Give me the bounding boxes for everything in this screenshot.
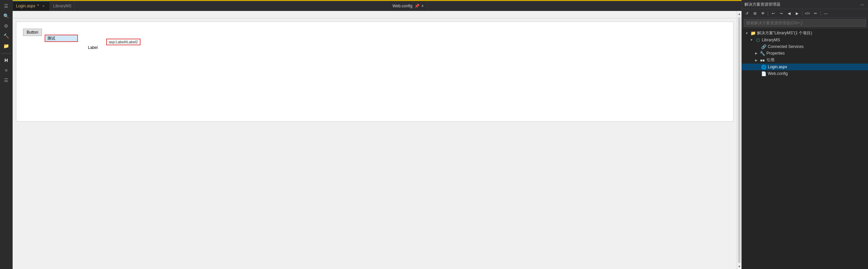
webconfig-label: Web.config [768, 71, 788, 76]
libraryms-label: LibraryMS [762, 38, 780, 42]
asp-label-tooltip: asp:Label#Label2 [106, 39, 141, 45]
sidebar-icon-menu2[interactable]: ☰ [1, 76, 12, 85]
tab-login[interactable]: Login.aspx * × [13, 1, 50, 11]
expand-properties[interactable]: ▶ [754, 51, 758, 56]
rtoolbar-back[interactable]: ◀ [785, 10, 793, 17]
sidebar-divider-1 [1, 53, 11, 54]
panel-minimize-btn[interactable]: — [859, 1, 865, 7]
panel-minimize-icon: — [861, 2, 864, 6]
design-label-text: Label [88, 45, 98, 50]
rtoolbar-collapse[interactable]: — [822, 10, 829, 17]
sidebar-icon-build[interactable]: 🔨 [1, 31, 12, 40]
solution-icon: 📁 [750, 31, 756, 36]
webconfig-close-icon[interactable]: × [422, 4, 424, 8]
design-input[interactable] [44, 35, 78, 42]
design-scrollbar[interactable]: ▲ ▼ [737, 11, 742, 269]
properties-label: Properties [767, 51, 785, 56]
ruler-area [13, 11, 737, 18]
expand-webconfig [755, 71, 760, 76]
sidebar-icon-source[interactable]: ⚙ [1, 21, 12, 31]
expand-connected-services [755, 44, 760, 49]
main-content: Login.aspx * × LibraryMS Web.config 📌 × [13, 0, 742, 269]
tree-item-connected-services[interactable]: 🔗 Connected Services [742, 43, 868, 50]
design-button[interactable]: Button [23, 29, 42, 36]
tree-item-references[interactable]: ▶ ■■ 引用 [742, 57, 868, 64]
libraryms-icon: ⬡ [755, 37, 761, 42]
center-file-tab[interactable]: Web.config 📌 × [389, 1, 428, 11]
sidebar-icon-list[interactable]: ≡ [1, 66, 12, 75]
design-label: Label [88, 45, 726, 50]
search-input[interactable] [744, 19, 866, 27]
expand-libraryms[interactable]: ▼ [749, 38, 754, 42]
webconfig-icon: 📄 [761, 71, 767, 76]
sidebar-icon-h[interactable]: H [1, 56, 12, 65]
scrollbar-down[interactable]: ▼ [737, 264, 742, 269]
references-icon: ■■ [760, 58, 765, 63]
rtoolbar-sync[interactable]: ↺ [743, 10, 750, 17]
tree-view: ▼ 📁 解决方案"LibraryMS"(1 个项目) ▼ ⬡ LibraryMS… [742, 28, 868, 269]
webconfig-pin-icon: 📌 [414, 4, 420, 8]
right-panel-title: 解决方案资源管理器 [744, 2, 780, 7]
expand-solution[interactable]: ▼ [744, 31, 749, 36]
sidebar-icon-menu[interactable]: ☰ [1, 1, 12, 11]
design-area: asp:Label#Label2 Button Label [13, 11, 737, 269]
rtoolbar-sep3 [820, 11, 821, 16]
rtoolbar-showall[interactable]: 👁 [759, 10, 767, 17]
tree-item-webconfig[interactable]: 📄 Web.config [742, 70, 868, 77]
tab-libraryms-label: LibraryMS [53, 4, 71, 8]
properties-icon: 🔧 [760, 51, 765, 56]
tab-login-close[interactable]: × [41, 3, 46, 9]
sidebar-icon-search[interactable]: 🔍 [1, 11, 12, 21]
login-aspx-label: Login.aspx [768, 65, 787, 69]
right-toolbar: ↺ ⊞ 👁 ↩ ↪ ◀ ▶ </> ✏ — [742, 9, 868, 18]
right-panel-header: 解决方案资源管理器 — [742, 0, 868, 9]
references-label: 引用 [767, 57, 774, 63]
design-area-wrapper: asp:Label#Label2 Button Label ▲ ▼ [13, 11, 742, 269]
tab-libraryms[interactable]: LibraryMS [50, 1, 75, 11]
tree-item-solution[interactable]: ▼ 📁 解决方案"LibraryMS"(1 个项目) [742, 30, 868, 37]
rtoolbar-redo[interactable]: ↪ [777, 10, 785, 17]
tree-item-properties[interactable]: ▶ 🔧 Properties [742, 50, 868, 57]
connected-services-icon: 🔗 [761, 44, 767, 49]
solution-label: 解决方案"LibraryMS"(1 个项目) [757, 30, 812, 36]
rtoolbar-undo[interactable]: ↩ [770, 10, 777, 17]
rtoolbar-code[interactable]: </> [804, 10, 811, 17]
sidebar-icon-explorer[interactable]: 📁 [1, 41, 12, 51]
tree-item-login-aspx[interactable]: 🌐 Login.aspx [742, 64, 868, 70]
tab-login-modified: * [37, 4, 39, 8]
rtoolbar-edit[interactable]: ✏ [812, 10, 819, 17]
scrollbar-thumb[interactable] [738, 17, 741, 263]
search-box [742, 18, 868, 28]
tab-login-label: Login.aspx [16, 4, 35, 8]
rtoolbar-properties[interactable]: ⊞ [751, 10, 758, 17]
expand-login [755, 65, 760, 69]
connected-services-label: Connected Services [768, 44, 803, 49]
tree-item-libraryms[interactable]: ▼ ⬡ LibraryMS [742, 37, 868, 43]
rtoolbar-sep2 [802, 11, 802, 16]
webconfig-tab-label: Web.config [393, 4, 412, 8]
expand-references[interactable]: ▶ [754, 58, 758, 63]
asp-label-tooltip-text: asp:Label#Label2 [109, 40, 138, 44]
login-aspx-icon: 🌐 [761, 64, 767, 69]
left-sidebar: ☰ 🔍 ⚙ 🔨 📁 H ≡ ☰ [0, 0, 13, 269]
rtoolbar-forward[interactable]: ▶ [794, 10, 801, 17]
rtoolbar-sep1 [768, 11, 768, 16]
right-panel: 解决方案资源管理器 — ↺ ⊞ 👁 ↩ ↪ ◀ ▶ </> ✏ — ▼ 📁 解决… [742, 0, 868, 269]
tab-bar: Login.aspx * × LibraryMS Web.config 📌 × [13, 1, 742, 11]
scrollbar-up[interactable]: ▲ [737, 11, 742, 16]
design-canvas: asp:Label#Label2 Button Label [16, 22, 734, 121]
button-label-text: Button [27, 30, 38, 35]
center-tab-area: Web.config 📌 × [75, 1, 742, 11]
right-panel-controls: — [859, 1, 865, 7]
